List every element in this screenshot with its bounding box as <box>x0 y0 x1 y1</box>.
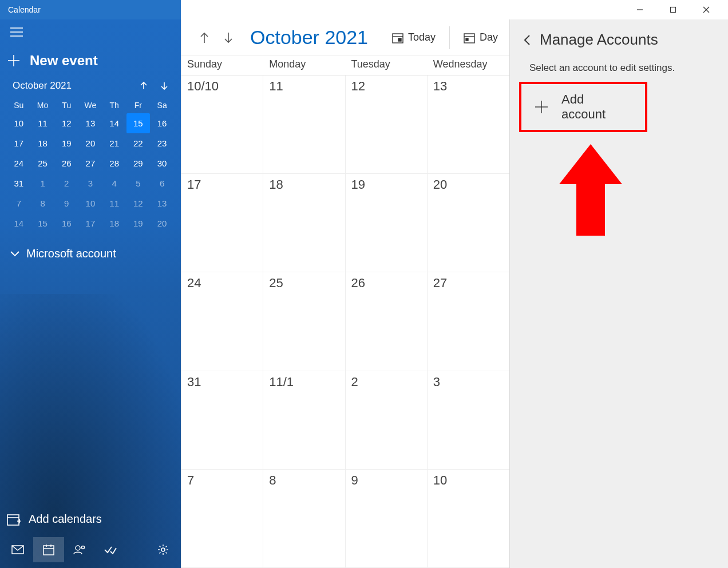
calendar-cell[interactable]: 27 <box>428 272 509 371</box>
mini-calendar-day[interactable]: 17 <box>78 213 102 233</box>
mini-calendar-day[interactable]: 12 <box>54 113 78 133</box>
mini-calendar-day[interactable]: 28 <box>102 153 126 173</box>
add-account-button[interactable]: Add account <box>519 82 647 132</box>
mini-calendar-day[interactable]: 25 <box>31 153 55 173</box>
manage-accounts-panel: Manage Accounts Select an account to edi… <box>509 19 728 568</box>
mini-calendar-day[interactable]: 2 <box>54 173 78 193</box>
account-microsoft[interactable]: Microsoft account <box>0 239 181 268</box>
month-title[interactable]: October 2021 <box>250 26 368 49</box>
new-event-label: New event <box>30 53 98 69</box>
mini-calendar-day[interactable]: 4 <box>102 173 126 193</box>
mini-calendar-day[interactable]: 27 <box>78 153 102 173</box>
mini-calendar-day[interactable]: 16 <box>150 113 174 133</box>
mini-calendar-day[interactable]: 18 <box>102 213 126 233</box>
calendar-cell[interactable]: 11 <box>263 76 345 174</box>
mini-calendar-day[interactable]: 7 <box>7 193 31 213</box>
mini-calendar-day[interactable]: 5 <box>126 173 151 193</box>
svg-point-18 <box>76 546 80 550</box>
mini-calendar-day[interactable]: 23 <box>150 133 174 153</box>
calendar-cell[interactable]: 2 <box>346 371 428 470</box>
mini-calendar-day[interactable]: 19 <box>126 213 151 233</box>
mini-calendar-day[interactable]: 8 <box>31 193 55 213</box>
mini-calendar-prev[interactable] <box>140 81 148 90</box>
calendar-cell[interactable]: 11/1 <box>263 371 345 470</box>
calendar-grid[interactable]: 10/1011121317181920242526273111/12378910 <box>181 75 509 568</box>
mini-calendar-day[interactable]: 30 <box>150 153 174 173</box>
mail-button[interactable] <box>2 537 33 562</box>
settings-button[interactable] <box>148 537 179 562</box>
mini-weekday: Su <box>7 97 31 113</box>
calendar-cell[interactable]: 13 <box>428 76 509 174</box>
mini-calendar-day[interactable]: 15 <box>31 213 55 233</box>
calendar-cell[interactable]: 20 <box>428 174 509 272</box>
calendar-cell[interactable]: 10/10 <box>181 76 263 174</box>
mini-calendar-day[interactable]: 31 <box>7 173 31 193</box>
weekday-header: Wednesday <box>428 56 509 75</box>
mini-calendar-day[interactable]: 16 <box>54 213 78 233</box>
mini-calendar-day[interactable]: 21 <box>102 133 126 153</box>
view-day-button[interactable]: Day <box>458 28 504 47</box>
calendar-cell[interactable]: 24 <box>181 272 263 371</box>
calendar-cell[interactable]: 10 <box>428 470 509 568</box>
mini-calendar-day[interactable]: 19 <box>54 133 78 153</box>
mini-calendar-day[interactable]: 6 <box>150 173 174 193</box>
calendar-button[interactable] <box>33 537 64 562</box>
mini-calendar-day[interactable]: 10 <box>78 193 102 213</box>
todo-button[interactable] <box>95 537 126 562</box>
mini-calendar-day[interactable]: 22 <box>126 133 151 153</box>
calendar-cell[interactable]: 8 <box>263 470 345 568</box>
mini-calendar-day[interactable]: 17 <box>7 133 31 153</box>
mini-calendar-day[interactable]: 1 <box>31 173 55 193</box>
calendar-cell[interactable]: 26 <box>346 272 428 371</box>
panel-subtitle: Select an account to edit settings. <box>529 62 715 74</box>
calendar-cell[interactable]: 17 <box>181 174 263 272</box>
calendar-cell[interactable]: 12 <box>346 76 428 174</box>
prev-period-button[interactable] <box>195 29 213 47</box>
next-period-button[interactable] <box>219 29 238 47</box>
plus-icon <box>535 101 548 113</box>
mini-calendar-day[interactable]: 18 <box>31 133 55 153</box>
mini-calendar-day[interactable]: 10 <box>7 113 31 133</box>
calendar-cell[interactable]: 9 <box>346 470 428 568</box>
mini-calendar-day[interactable]: 13 <box>150 193 174 213</box>
mini-calendar-next[interactable] <box>160 81 168 90</box>
calendar-cell[interactable]: 19 <box>346 174 428 272</box>
mini-calendar-month[interactable]: October 2021 <box>13 80 72 92</box>
add-calendars-button[interactable]: Add calendars <box>0 506 181 533</box>
calendar-cell[interactable]: 31 <box>181 371 263 470</box>
window-close-button[interactable] <box>695 1 718 18</box>
calendar-cell[interactable]: 3 <box>428 371 509 470</box>
today-button[interactable]: Today <box>386 28 441 47</box>
mini-calendar-day[interactable]: 15 <box>126 113 151 133</box>
window-minimize-button[interactable] <box>628 1 651 18</box>
mini-weekday: Fr <box>126 97 151 113</box>
menu-button[interactable] <box>0 19 181 45</box>
mini-calendar-day[interactable]: 11 <box>102 193 126 213</box>
mini-calendar-day[interactable]: 14 <box>102 113 126 133</box>
calendar-add-icon <box>7 513 21 526</box>
mini-calendar-day[interactable]: 20 <box>78 133 102 153</box>
svg-rect-23 <box>398 38 401 41</box>
mini-calendar-day[interactable]: 13 <box>78 113 102 133</box>
mini-calendar-day[interactable]: 12 <box>126 193 151 213</box>
mini-calendar-day[interactable]: 29 <box>126 153 151 173</box>
mini-calendar-day[interactable]: 20 <box>150 213 174 233</box>
add-calendars-label: Add calendars <box>29 513 102 526</box>
people-button[interactable] <box>64 537 95 562</box>
svg-marker-29 <box>559 144 622 236</box>
panel-title: Manage Accounts <box>540 31 658 49</box>
mini-calendar-day[interactable]: 14 <box>7 213 31 233</box>
calendar-cell[interactable]: 7 <box>181 470 263 568</box>
mini-calendar-day[interactable]: 26 <box>54 153 78 173</box>
calendar-cell[interactable]: 25 <box>263 272 345 371</box>
new-event-button[interactable]: New event <box>0 45 181 80</box>
mini-calendar-day[interactable]: 9 <box>54 193 78 213</box>
mini-calendar-day[interactable]: 3 <box>78 173 102 193</box>
window-maximize-button[interactable] <box>662 1 685 18</box>
day-icon <box>464 32 475 43</box>
mini-calendar-day[interactable]: 11 <box>31 113 55 133</box>
back-button[interactable] <box>524 35 531 45</box>
calendar-cell[interactable]: 18 <box>263 174 345 272</box>
add-account-label: Add account <box>561 92 629 122</box>
mini-calendar-day[interactable]: 24 <box>7 153 31 173</box>
